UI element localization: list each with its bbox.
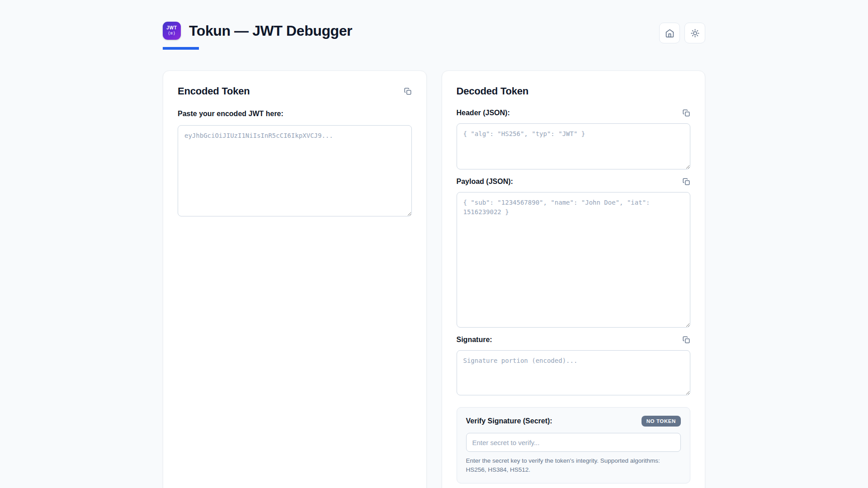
payload-json-textarea[interactable] — [457, 192, 691, 328]
sun-icon — [690, 28, 700, 38]
copy-header-button[interactable] — [682, 109, 690, 117]
encoded-token-panel: Encoded Token Paste your encoded JWT her… — [163, 70, 427, 488]
signature-label: Signature: — [457, 336, 492, 344]
payload-json-label: Payload (JSON): — [457, 178, 513, 186]
copy-icon — [682, 336, 690, 344]
page-container: JWT ⟨≡⟩ Tokun — JWT Debugger — [163, 0, 705, 488]
decoded-panel-title: Decoded Token — [457, 85, 529, 97]
header-actions — [659, 23, 705, 43]
copy-encoded-button[interactable] — [404, 87, 412, 95]
verify-secret-label: Verify Signature (Secret): — [466, 417, 552, 425]
header-json-label: Header (JSON): — [457, 109, 510, 117]
verify-help-text: Enter the secret key to verify the token… — [466, 456, 681, 474]
copy-icon — [682, 109, 690, 117]
encoded-jwt-textarea[interactable] — [178, 125, 412, 216]
copy-payload-button[interactable] — [682, 178, 690, 186]
secret-input[interactable] — [466, 433, 681, 452]
app-logo: JWT ⟨≡⟩ — [163, 22, 181, 40]
page-title: Tokun — JWT Debugger — [189, 23, 352, 39]
encoded-input-label: Paste your encoded JWT here: — [178, 110, 283, 118]
signature-textarea[interactable] — [457, 350, 691, 395]
copy-signature-button[interactable] — [682, 336, 690, 344]
header-json-textarea[interactable] — [457, 123, 691, 169]
decoded-token-panel: Decoded Token Header (JSON): Payload (JS… — [442, 70, 706, 488]
logo-text: JWT — [166, 26, 177, 30]
app-header: JWT ⟨≡⟩ Tokun — JWT Debugger — [163, 22, 705, 50]
accent-underline — [163, 47, 199, 50]
home-icon — [665, 28, 675, 38]
verification-status-badge: NO TOKEN — [642, 416, 681, 427]
logo-glyph: ⟨≡⟩ — [168, 31, 176, 36]
home-button[interactable] — [659, 23, 680, 43]
theme-toggle-button[interactable] — [684, 23, 705, 43]
verify-signature-box: Verify Signature (Secret): NO TOKEN Ente… — [457, 407, 691, 483]
copy-icon — [682, 178, 690, 186]
copy-icon — [404, 87, 412, 95]
main-content: Encoded Token Paste your encoded JWT her… — [163, 70, 705, 488]
encoded-panel-title: Encoded Token — [178, 85, 250, 97]
brand: JWT ⟨≡⟩ Tokun — JWT Debugger — [163, 22, 352, 50]
